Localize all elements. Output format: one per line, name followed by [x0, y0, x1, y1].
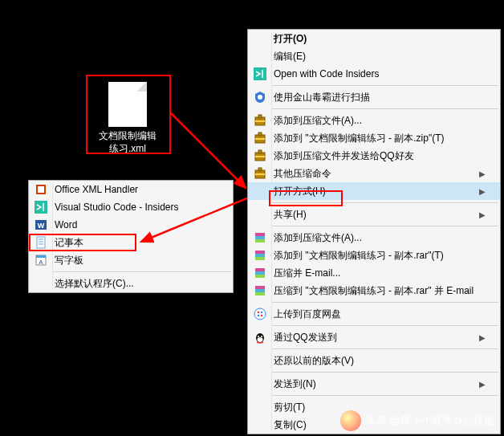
desktop-file[interactable]: 文档限制编辑练习.xml — [96, 82, 159, 155]
rar-icon — [251, 248, 269, 263]
wordpad-icon: A — [32, 253, 50, 267]
svg-rect-42 — [255, 289, 265, 292]
zip-icon — [251, 149, 269, 163]
menu-separator — [272, 348, 498, 349]
submenu-arrow-icon: ▶ — [479, 169, 486, 178]
svg-rect-29 — [255, 233, 265, 236]
notepad-icon — [32, 235, 50, 250]
menu-item[interactable]: 压缩到 "文档限制编辑练习 - 副本.rar" 并 E-mail — [248, 282, 500, 299]
menu-item[interactable]: 发送到(N)▶ — [248, 375, 500, 393]
menu-item[interactable]: 还原以前的版本(V) — [248, 352, 500, 369]
menu-item[interactable]: Open with Code Insiders — [248, 65, 500, 83]
svg-rect-27 — [255, 173, 265, 175]
vscode-icon — [251, 67, 269, 81]
menu-item-label: 还原以前的版本(V) — [269, 354, 486, 368]
file-name: 文档限制编辑练习.xml — [96, 130, 159, 155]
word-icon: W — [32, 218, 50, 232]
submenu-item[interactable]: WWord — [29, 216, 233, 234]
svg-rect-39 — [255, 275, 265, 278]
menu-item[interactable]: 打开(O) — [248, 30, 500, 47]
svg-point-51 — [258, 336, 259, 337]
menu-separator — [272, 108, 498, 109]
menu-item[interactable]: 剪切(T) — [248, 398, 500, 416]
menu-item[interactable]: 打开方式(H)▶ — [248, 182, 500, 200]
svg-point-44 — [254, 308, 266, 320]
menu-item-label: 添加到压缩文件(A)... — [269, 114, 486, 128]
menu-item-label: 添加到压缩文件并发送给QQ好友 — [269, 149, 486, 163]
blank-icon — [251, 377, 269, 391]
menu-item[interactable]: 添加到压缩文件并发送给QQ好友 — [248, 147, 500, 165]
svg-rect-6 — [37, 237, 45, 248]
svg-point-46 — [261, 312, 263, 314]
menu-item-label: 上传到百度网盘 — [269, 308, 486, 321]
file-icon — [108, 82, 147, 127]
submenu-arrow-icon: ▶ — [479, 187, 486, 196]
svg-rect-41 — [255, 286, 265, 289]
submenu-item-label: 选择默认程序(C)... — [50, 277, 218, 291]
svg-text:W: W — [38, 222, 45, 230]
menu-item-label: 添加到 "文档限制编辑练习 - 副本.zip"(T) — [269, 132, 486, 145]
menu-item[interactable]: 通过QQ发送到▶ — [248, 328, 500, 346]
qq-icon — [251, 330, 269, 344]
svg-rect-30 — [255, 236, 265, 239]
submenu-item[interactable]: A写字板 — [29, 251, 233, 269]
menu-item-label: 共享(H) — [269, 208, 473, 222]
svg-rect-23 — [258, 150, 262, 153]
svg-point-15 — [258, 95, 262, 100]
svg-rect-31 — [255, 239, 265, 242]
open-with-submenu: Office XML HandlerVisual Studio Code - I… — [28, 180, 234, 293]
office-icon — [32, 182, 50, 197]
menu-item[interactable]: 共享(H)▶ — [248, 206, 500, 223]
submenu-arrow-icon: ▶ — [479, 380, 486, 389]
menu-item[interactable]: 添加到压缩文件(A)... — [248, 112, 500, 129]
baidu-icon — [251, 307, 269, 321]
submenu-item[interactable]: Visual Studio Code - Insiders — [29, 198, 233, 216]
menu-item[interactable]: 其他压缩命令▶ — [248, 165, 500, 182]
svg-point-45 — [258, 312, 260, 314]
submenu-item-label: Visual Studio Code - Insiders — [50, 202, 218, 213]
menu-separator — [272, 202, 498, 203]
svg-rect-20 — [258, 132, 262, 136]
menu-item-label: 打开方式(H) — [269, 185, 473, 198]
menu-separator — [53, 271, 231, 272]
menu-item-label: 编辑(E) — [269, 50, 486, 63]
menu-item-label: 其他压缩命令 — [269, 167, 473, 181]
submenu-item[interactable]: Office XML Handler — [29, 181, 233, 198]
menu-item-label: 添加到 "文档限制编辑练习 - 副本.rar"(T) — [269, 249, 486, 263]
svg-rect-17 — [258, 115, 262, 118]
menu-item-label: Open with Code Insiders — [269, 68, 486, 79]
menu-item[interactable]: 添加到 "文档限制编辑练习 - 副本.zip"(T) — [248, 129, 500, 147]
rar-icon — [251, 230, 269, 245]
blank-icon — [251, 400, 269, 414]
zip-icon — [251, 113, 269, 128]
svg-rect-34 — [255, 254, 265, 257]
blank-icon — [32, 276, 50, 291]
submenu-item[interactable]: 选择默认程序(C)... — [29, 275, 233, 292]
menu-item[interactable]: 使用金山毒霸进行扫描 — [248, 88, 500, 106]
submenu-item-label: Office XML Handler — [50, 184, 218, 195]
rar-icon — [251, 283, 269, 298]
menu-item[interactable]: 复制(C) — [248, 416, 500, 434]
menu-item[interactable]: 压缩并 E-mail... — [248, 264, 500, 282]
menu-separator — [272, 325, 498, 326]
menu-item[interactable]: 添加到 "文档限制编辑练习 - 副本.rar"(T) — [248, 247, 500, 264]
menu-item[interactable]: 编辑(E) — [248, 47, 500, 65]
zip-icon — [251, 166, 269, 181]
menu-separator — [272, 85, 498, 86]
blank-icon — [251, 207, 269, 222]
zip-icon — [251, 131, 269, 145]
svg-rect-11 — [36, 255, 46, 258]
submenu-item-label: 记事本 — [50, 236, 218, 250]
menu-separator — [272, 302, 498, 303]
submenu-item[interactable]: 记事本 — [29, 234, 233, 251]
blank-icon — [251, 49, 269, 63]
blank-icon — [251, 353, 269, 368]
svg-rect-18 — [255, 120, 265, 122]
blank-icon — [251, 184, 269, 198]
blank-icon — [251, 418, 269, 432]
menu-item-label: 复制(C) — [269, 418, 486, 432]
svg-rect-26 — [258, 168, 262, 171]
svg-point-52 — [261, 336, 262, 337]
menu-item[interactable]: 添加到压缩文件(A)... — [248, 229, 500, 247]
menu-item[interactable]: 上传到百度网盘 — [248, 305, 500, 323]
